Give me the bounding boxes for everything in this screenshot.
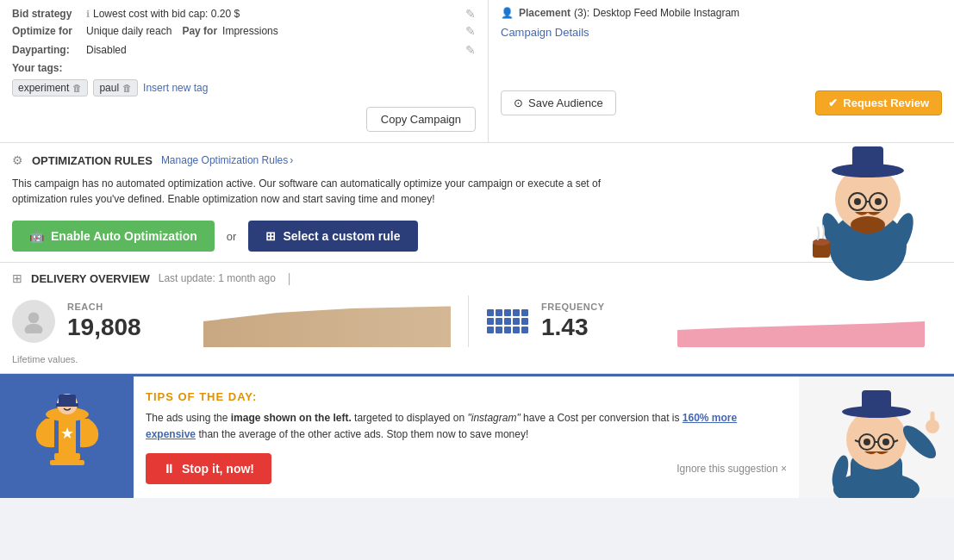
svg-rect-24 <box>56 403 78 407</box>
edit-dayparting-icon[interactable]: ✎ <box>465 43 476 57</box>
dot-9 <box>513 318 520 325</box>
select-custom-rule-button[interactable]: ⊞ Select a custom rule <box>248 221 417 252</box>
tips-text-after-italic: have a Cost per conversion that is <box>521 412 683 424</box>
insert-tag-link[interactable]: Insert new tag <box>143 82 208 94</box>
tips-title: TIPS OF THE DAY: <box>146 390 787 403</box>
info-icon: ℹ <box>86 9 90 20</box>
dot-2 <box>496 309 502 316</box>
tips-image-content: ★ <box>11 389 123 486</box>
svg-point-27 <box>846 409 907 470</box>
svg-point-36 <box>882 439 889 445</box>
campaign-details-link[interactable]: Campaign Details <box>501 26 589 39</box>
cursor-icon: | <box>288 271 291 285</box>
svg-text:★: ★ <box>60 425 74 442</box>
request-review-label: Request Review <box>843 96 929 109</box>
tips-actions: ⏸ Stop it, now! Ignore this suggestion × <box>146 453 787 484</box>
tags-label: Your tags: <box>12 62 62 74</box>
tips-illustration: ★ <box>11 389 123 483</box>
dot-11 <box>487 327 494 333</box>
tips-text: The ads using the image shown on the lef… <box>146 410 787 443</box>
stop-now-button[interactable]: ⏸ Stop it, now! <box>146 453 271 484</box>
mascot-optimization <box>790 134 945 281</box>
stop-btn-label: Stop it, now! <box>182 462 254 476</box>
svg-point-14 <box>28 313 40 324</box>
or-text: or <box>227 230 237 243</box>
reach-label: REACH <box>67 302 191 312</box>
left-panel: Bid strategy ℹ Lowest cost with bid cap:… <box>0 0 489 142</box>
ignore-suggestion-link[interactable]: Ignore this suggestion × <box>677 463 787 475</box>
optimize-for-value: Unique daily reach <box>86 25 171 37</box>
dayparting-label: Dayparting: <box>12 44 81 56</box>
edit-bid-icon[interactable]: ✎ <box>465 7 476 21</box>
reach-chart-bar <box>203 304 451 347</box>
reach-metric: REACH 19,808 <box>12 296 468 347</box>
frequency-label: FREQUENCY <box>541 302 665 312</box>
placement-row: 👤 Placement (3): Desktop Feed Mobile Ins… <box>501 7 942 19</box>
save-audience-button[interactable]: ⊙ Save Audience <box>501 90 616 115</box>
tag-paul-remove[interactable]: 🗑 <box>122 83 132 93</box>
svg-point-8 <box>875 198 882 205</box>
optimize-for-row: Optimize for Unique daily reach Pay for … <box>12 24 476 38</box>
reach-icon <box>12 300 55 343</box>
opt-description: This campaign has no automated optimizat… <box>12 176 615 207</box>
metrics-row: REACH 19,808 <box>12 296 942 347</box>
svg-point-15 <box>25 324 43 333</box>
svg-rect-16 <box>54 453 80 460</box>
tags-container: experiment 🗑 paul 🗑 Insert new tag <box>12 79 476 96</box>
tips-image: ★ <box>0 376 134 498</box>
dot-12 <box>496 327 502 333</box>
manage-optimization-label: Manage Optimization Rules <box>161 154 288 166</box>
pay-for-value: Impressions <box>222 25 278 37</box>
custom-rule-label: Select a custom rule <box>283 229 400 243</box>
reach-chart <box>203 296 451 347</box>
delivery-title: DELIVERY OVERVIEW <box>31 272 150 285</box>
person-icon <box>22 309 46 333</box>
mascot-svg <box>790 134 945 281</box>
tips-text-before-bold: The ads using the <box>146 412 231 424</box>
custom-rule-icon: ⊞ <box>265 229 276 243</box>
dot-3 <box>504 309 511 316</box>
delivery-icon: ⊞ <box>12 271 22 285</box>
dots-grid-icon <box>487 309 528 333</box>
svg-rect-3 <box>852 146 883 172</box>
dot-4 <box>513 309 520 316</box>
lifetime-values: Lifetime values. <box>12 354 942 364</box>
dot-8 <box>504 318 511 325</box>
opt-rules-title: OPTIMIZATION RULES <box>32 154 153 167</box>
enable-auto-label: Enable Auto Optimization <box>51 229 197 243</box>
last-update: Last update: 1 month ago <box>159 272 276 284</box>
tag-paul: paul 🗑 <box>93 79 138 96</box>
tips-section: ★ TIPS OF THE DAY: The ads using the ima… <box>0 374 954 498</box>
save-audience-icon: ⊙ <box>514 96 523 109</box>
frequency-info: FREQUENCY 1.43 <box>541 302 665 341</box>
tips-mascot-svg <box>799 377 954 498</box>
save-audience-label: Save Audience <box>528 96 603 109</box>
right-panel: 👤 Placement (3): Desktop Feed Mobile Ins… <box>489 0 954 142</box>
tags-row: Your tags: <box>12 62 476 74</box>
pause-icon: ⏸ <box>163 462 175 476</box>
dot-5 <box>521 309 528 316</box>
optimization-rules-section: ⚙ OPTIMIZATION RULES Manage Optimization… <box>0 143 954 263</box>
request-review-icon: ✔ <box>828 96 838 109</box>
svg-point-7 <box>854 198 861 205</box>
placement-items: Desktop Feed Mobile Instagram <box>593 7 739 19</box>
dot-7 <box>496 318 502 325</box>
dot-15 <box>521 327 528 333</box>
frequency-metric: FREQUENCY 1.43 <box>468 296 942 347</box>
svg-point-9 <box>851 216 885 233</box>
tag-experiment-remove[interactable]: 🗑 <box>72 83 82 93</box>
pay-for-label: Pay for <box>182 25 217 37</box>
frequency-icon <box>486 300 529 343</box>
request-review-button[interactable]: ✔ Request Review <box>815 90 942 115</box>
manage-optimization-link[interactable]: Manage Optimization Rules › <box>161 154 293 166</box>
svg-point-13 <box>813 239 830 246</box>
frequency-chart <box>677 296 925 347</box>
dayparting-value: Disabled <box>86 44 127 56</box>
dot-14 <box>513 327 520 333</box>
edit-optimize-icon[interactable]: ✎ <box>465 24 476 38</box>
tag-paul-label: paul <box>99 82 119 94</box>
copy-campaign-button[interactable]: Copy Campaign <box>366 107 476 132</box>
enable-auto-optimization-button[interactable]: 🤖 Enable Auto Optimization <box>12 221 215 252</box>
tag-experiment: experiment 🗑 <box>12 79 88 96</box>
svg-rect-17 <box>50 460 84 465</box>
